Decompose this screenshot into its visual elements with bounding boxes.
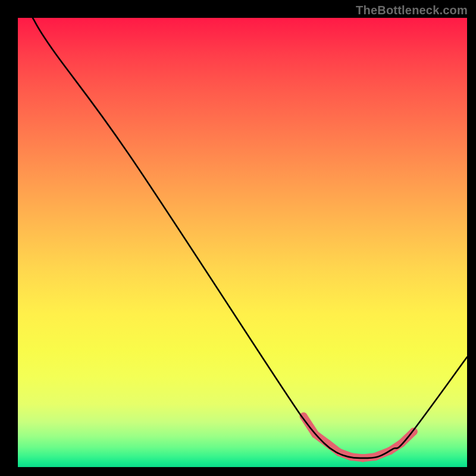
black-curve-path bbox=[33, 18, 467, 458]
chart-svg bbox=[18, 18, 467, 467]
plot-area bbox=[18, 18, 467, 467]
watermark-text: TheBottleneck.com bbox=[356, 4, 468, 17]
chart-stage: TheBottleneck.com bbox=[0, 0, 476, 476]
